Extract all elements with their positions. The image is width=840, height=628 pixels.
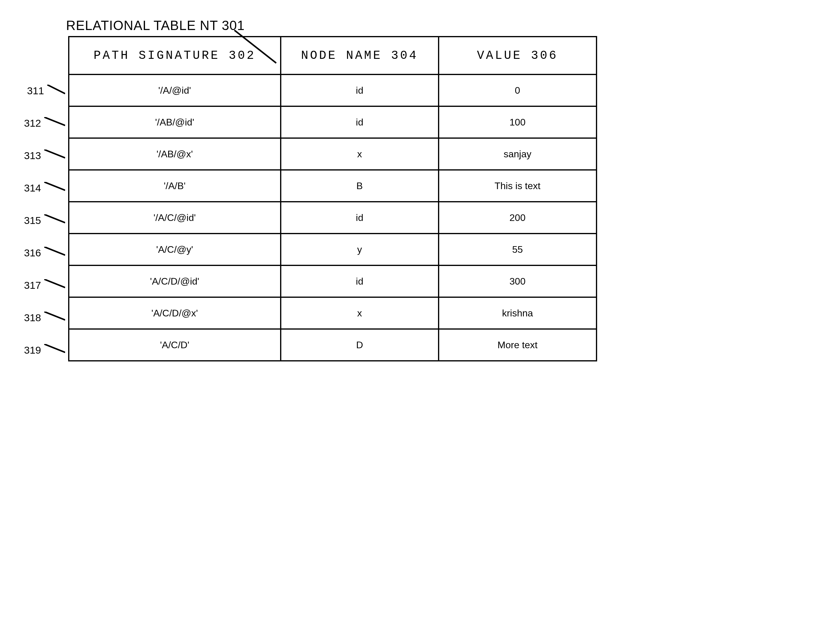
- svg-line-3: [44, 150, 65, 158]
- svg-line-0: [234, 30, 276, 63]
- diagram-container: RELATIONAL TABLE NT 301 311 312 313 314: [24, 18, 816, 366]
- cell-name: id: [281, 202, 439, 234]
- cell-path: 'A/C/@y': [69, 234, 281, 265]
- leader-line-icon: [234, 30, 282, 66]
- table-row: '/AB/@x' x sanjay: [69, 138, 597, 170]
- row-ref: 319: [24, 344, 41, 356]
- row-label-314: 314: [24, 172, 65, 204]
- cell-value: 100: [439, 106, 597, 138]
- row-label-319: 319: [24, 334, 65, 366]
- cell-name: y: [281, 234, 439, 265]
- leader-line-icon: [44, 279, 65, 291]
- row-label-312: 312: [24, 107, 65, 139]
- svg-line-4: [44, 182, 65, 190]
- cell-value: More text: [439, 329, 597, 361]
- cell-name: B: [281, 170, 439, 202]
- cell-path: '/AB/@id': [69, 106, 281, 138]
- cell-value: 55: [439, 234, 597, 265]
- table-row: '/AB/@id' id 100: [69, 106, 597, 138]
- svg-line-5: [44, 215, 65, 223]
- table-row: 'A/C/D/@id' id 300: [69, 265, 597, 297]
- table-row: '/A/C/@id' id 200: [69, 202, 597, 234]
- row-label-316: 316: [24, 237, 65, 269]
- row-ref: 316: [24, 247, 41, 259]
- cell-path: 'A/C/D/@id': [69, 265, 281, 297]
- cell-path: 'A/C/D/@x': [69, 297, 281, 329]
- row-label-318: 318: [24, 301, 65, 334]
- table-row: '/A/B' B This is text: [69, 170, 597, 202]
- leader-line-icon: [44, 150, 65, 161]
- cell-path: '/A/C/@id': [69, 202, 281, 234]
- table-header-row: PATH SIGNATURE 302 NODE NAME 304 VALUE 3…: [69, 36, 597, 74]
- table-row: 'A/C/@y' y 55: [69, 234, 597, 265]
- col-value-header: VALUE 306: [439, 36, 597, 74]
- cell-value: 300: [439, 265, 597, 297]
- row-ref: 318: [24, 312, 41, 323]
- row-ref: 315: [24, 215, 41, 226]
- leader-line-icon: [44, 182, 65, 194]
- svg-line-9: [44, 344, 65, 352]
- leader-line-icon: [44, 344, 65, 356]
- cell-value: This is text: [439, 170, 597, 202]
- table-wrap: 311 312 313 314 315 316: [24, 36, 816, 366]
- row-ref: 317: [24, 279, 41, 291]
- relational-table: PATH SIGNATURE 302 NODE NAME 304 VALUE 3…: [68, 36, 597, 361]
- cell-value: 200: [439, 202, 597, 234]
- cell-path: 'A/C/D': [69, 329, 281, 361]
- row-label-313: 313: [24, 139, 65, 172]
- row-ref: 313: [24, 150, 41, 161]
- row-ref: 311: [27, 85, 44, 97]
- row-label-317: 317: [24, 269, 65, 301]
- table-row: '/A/@id' id 0: [69, 74, 597, 106]
- cell-path: '/A/B': [69, 170, 281, 202]
- leader-line-icon: [47, 85, 65, 97]
- svg-line-1: [47, 85, 65, 94]
- cell-name: x: [281, 297, 439, 329]
- leader-line-icon: [44, 247, 65, 259]
- leader-line-icon: [44, 215, 65, 226]
- table-row: 'A/C/D' D More text: [69, 329, 597, 361]
- leader-line-icon: [44, 312, 65, 323]
- cell-name: x: [281, 138, 439, 170]
- title-area: RELATIONAL TABLE NT 301: [66, 18, 816, 33]
- cell-value: krishna: [439, 297, 597, 329]
- cell-name: id: [281, 74, 439, 106]
- cell-value: sanjay: [439, 138, 597, 170]
- cell-path: '/A/@id': [69, 74, 281, 106]
- cell-name: id: [281, 265, 439, 297]
- row-ref: 314: [24, 182, 41, 194]
- col-name-header: NODE NAME 304: [281, 36, 439, 74]
- row-ref: 312: [24, 117, 41, 129]
- table-row: 'A/C/D/@x' x krishna: [69, 297, 597, 329]
- svg-line-8: [44, 312, 65, 320]
- cell-value: 0: [439, 74, 597, 106]
- diagram-title: RELATIONAL TABLE NT 301: [66, 18, 245, 33]
- row-label-311: 311: [24, 74, 65, 107]
- svg-line-6: [44, 247, 65, 255]
- leader-line-icon: [44, 117, 65, 129]
- svg-line-7: [44, 279, 65, 287]
- cell-name: D: [281, 329, 439, 361]
- svg-line-2: [44, 117, 65, 125]
- row-labels: 311 312 313 314 315 316: [24, 36, 65, 366]
- cell-path: '/AB/@x': [69, 138, 281, 170]
- cell-name: id: [281, 106, 439, 138]
- row-label-315: 315: [24, 204, 65, 237]
